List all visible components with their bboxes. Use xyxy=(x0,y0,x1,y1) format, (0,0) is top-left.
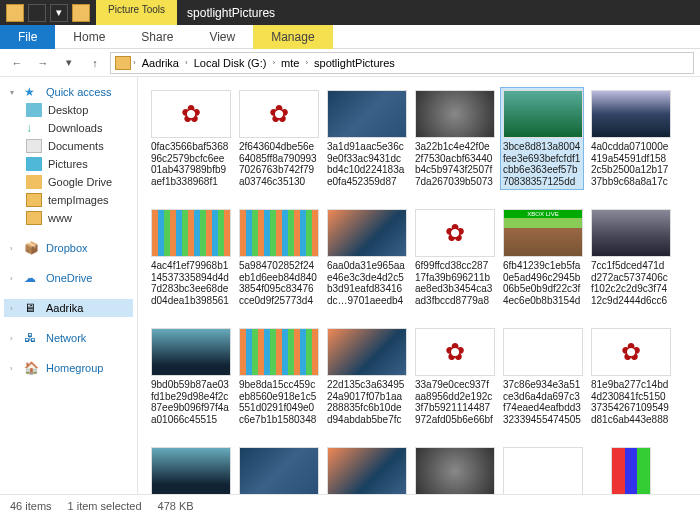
onedrive-item[interactable]: ›OneDrive xyxy=(4,269,133,287)
sidebar-item-google-drive[interactable]: Google Drive xyxy=(4,173,133,191)
file-item[interactable]: 6f99ffcd38cc28717fa39b696211bae8ed3b3454… xyxy=(412,206,496,309)
sidebar-item-label: Pictures xyxy=(48,158,88,170)
file-list[interactable]: 0fac3566baf536896c2579bcfc6ee01ab437989b… xyxy=(138,77,700,494)
file-name: 3a22b1c4e42f0e2f7530acbf63440b4c5b9743f2… xyxy=(415,141,493,187)
pic-icon xyxy=(26,157,42,171)
thumbnail xyxy=(151,447,231,494)
quick-access-header[interactable]: ▾Quick access xyxy=(4,83,133,101)
homegroup-icon xyxy=(24,361,40,375)
file-tab[interactable]: File xyxy=(0,25,55,49)
file-item[interactable]: 7cc1f5dced471dd272ac5737406cf102c2c2d9c3… xyxy=(588,206,672,309)
file-name: 3bce8d813a8004fee3e693befcfdf1cbb6e363ee… xyxy=(503,141,581,187)
file-item[interactable]: 2f643604dbe56e64085ff8a7909937026763b742… xyxy=(236,87,320,190)
folder-icon xyxy=(115,56,131,70)
file-item[interactable]: 3bce8d813a8004fee3e693befcfdf1cbb6e363ee… xyxy=(500,87,584,190)
file-item[interactable] xyxy=(324,444,408,494)
home-tab[interactable]: Home xyxy=(55,25,123,49)
sidebar-item-www[interactable]: www xyxy=(4,209,133,227)
thumbnail xyxy=(327,328,407,376)
file-name: 3a1d91aac5e36c9e0f33ac9431dcbd4c10d22418… xyxy=(327,141,405,187)
sidebar-item-desktop[interactable]: Desktop xyxy=(4,101,133,119)
thumbnail xyxy=(239,447,319,494)
file-name: 6aa0da31e965aae46e3c3de4d2c5b3d91eafd834… xyxy=(327,260,405,306)
picture-tools-tab[interactable]: Picture Tools xyxy=(96,0,177,25)
sidebar-item-downloads[interactable]: Downloads xyxy=(4,119,133,137)
file-name: 81e9ba277c14bd4d230841fc5150373542671095… xyxy=(591,379,669,425)
file-item[interactable] xyxy=(236,444,320,494)
sidebar-item-tempimages[interactable]: tempImages xyxy=(4,191,133,209)
file-name: 9bd0b59b87ae03fd1be29d98e4f2c87ee9b096f9… xyxy=(151,379,229,425)
status-bar: 46 items 1 item selected 478 KB xyxy=(0,494,700,516)
thumbnail xyxy=(503,328,583,376)
view-tab[interactable]: View xyxy=(191,25,253,49)
back-button[interactable]: ← xyxy=(6,52,28,74)
navigation-pane: ▾Quick access DesktopDownloadsDocumentsP… xyxy=(0,77,138,494)
file-item[interactable]: 4a0cdda071000e419a54591df1582c5b2500a12b… xyxy=(588,87,672,190)
file-name: 9be8da15cc459ceb8560e918e1c5551d0291f049… xyxy=(239,379,317,425)
file-item[interactable]: 4ac4f1ef79968b114537335894d4d7d283bc3ee6… xyxy=(148,206,232,309)
sidebar-item-pictures[interactable]: Pictures xyxy=(4,155,133,173)
file-item[interactable]: 33a79e0cec937faa8956dd2e192c3f7b59211144… xyxy=(412,325,496,428)
file-item[interactable]: 9bd0b59b87ae03fd1be29d98e4f2c87ee9b096f9… xyxy=(148,325,232,428)
breadcrumb-seg[interactable]: mte xyxy=(277,57,303,69)
breadcrumb-seg[interactable]: Local Disk (G:) xyxy=(190,57,271,69)
thumbnail xyxy=(239,328,319,376)
body: ▾Quick access DesktopDownloadsDocumentsP… xyxy=(0,77,700,494)
qat-item-icon[interactable] xyxy=(28,4,46,22)
dropbox-label: Dropbox xyxy=(46,242,88,254)
sidebar-item-documents[interactable]: Documents xyxy=(4,137,133,155)
file-item[interactable]: 3a1d91aac5e36c9e0f33ac9431dcbd4c10d22418… xyxy=(324,87,408,190)
file-name: 6fb41239c1eb5fa0e5ad496c2945b06b5e0b9df2… xyxy=(503,260,581,306)
file-item[interactable]: 3a22b1c4e42f0e2f7530acbf63440b4c5b9743f2… xyxy=(412,87,496,190)
qat-folder-icon[interactable] xyxy=(6,4,24,22)
thumbnail xyxy=(327,90,407,138)
star-icon xyxy=(24,85,40,99)
up-button[interactable]: ↑ xyxy=(84,52,106,74)
file-item[interactable] xyxy=(588,444,672,494)
fld-icon xyxy=(26,193,42,207)
doc-icon xyxy=(26,139,42,153)
file-item[interactable]: 37c86e934e3a51ce3d6a4da697c3f74eaed4eafb… xyxy=(500,325,584,428)
breadcrumb[interactable]: › Aadrika› Local Disk (G:)› mte› spotlig… xyxy=(110,52,694,74)
forward-button[interactable]: → xyxy=(32,52,54,74)
fld-icon xyxy=(26,211,42,225)
network-item[interactable]: ›Network xyxy=(4,329,133,347)
file-name: 4a0cdda071000e419a54591df1582c5b2500a12b… xyxy=(591,141,669,187)
file-item[interactable]: 9be8da15cc459ceb8560e918e1c5551d0291f049… xyxy=(236,325,320,428)
manage-tab[interactable]: Manage xyxy=(253,25,332,49)
file-item[interactable]: 81e9ba277c14bd4d230841fc5150373542671095… xyxy=(588,325,672,428)
file-item[interactable]: 6fb41239c1eb5fa0e5ad496c2945b06b5e0b9df2… xyxy=(500,206,584,309)
network-icon xyxy=(24,331,40,345)
thumbnail xyxy=(151,90,231,138)
breadcrumb-seg[interactable]: Aadrika xyxy=(138,57,183,69)
file-item[interactable]: 22d135c3a6349524a9017f07b1aa288835fc6b10… xyxy=(324,325,408,428)
breadcrumb-seg[interactable]: spotlightPictures xyxy=(310,57,399,69)
dropbox-item[interactable]: ›Dropbox xyxy=(4,239,133,257)
file-name: 6f99ffcd38cc28717fa39b696211bae8ed3b3454… xyxy=(415,260,493,306)
qat-drop-icon[interactable]: ▾ xyxy=(50,4,68,22)
file-item[interactable] xyxy=(148,444,232,494)
thumbnail xyxy=(151,328,231,376)
network-label: Network xyxy=(46,332,86,344)
file-item[interactable] xyxy=(500,444,584,494)
homegroup-label: Homegroup xyxy=(46,362,103,374)
aadrika-item[interactable]: ›Aadrika xyxy=(4,299,133,317)
file-item[interactable]: 0fac3566baf536896c2579bcfc6ee01ab437989b… xyxy=(148,87,232,190)
sidebar-item-label: Downloads xyxy=(48,122,102,134)
ribbon: File Home Share View Manage xyxy=(0,25,700,49)
onedrive-label: OneDrive xyxy=(46,272,92,284)
gd-icon xyxy=(26,175,42,189)
sidebar-item-label: Google Drive xyxy=(48,176,112,188)
homegroup-item[interactable]: ›Homegroup xyxy=(4,359,133,377)
share-tab[interactable]: Share xyxy=(123,25,191,49)
titlebar: ▾ Picture Tools spotlightPictures xyxy=(0,0,700,25)
thumbnail xyxy=(503,209,583,257)
file-item[interactable] xyxy=(412,444,496,494)
dropbox-icon xyxy=(24,241,40,255)
recent-dropdown[interactable]: ▾ xyxy=(58,52,80,74)
file-item[interactable]: 5a984702852f24eb1d6eeb84d8403854f095c834… xyxy=(236,206,320,309)
desk-icon xyxy=(26,103,42,117)
thumbnail xyxy=(591,90,671,138)
file-item[interactable]: 6aa0da31e965aae46e3c3de4d2c5b3d91eafd834… xyxy=(324,206,408,309)
qat-folder-icon-2[interactable] xyxy=(72,4,90,22)
